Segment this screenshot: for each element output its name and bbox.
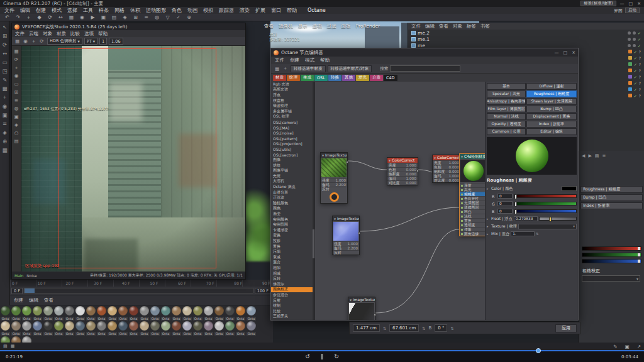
material-channel-row[interactable]: 圆角边缘: [460, 231, 485, 236]
node-type-item[interactable]: 烘焙: [271, 163, 314, 168]
window-control-button[interactable]: □: [564, 50, 568, 55]
frame-start-field[interactable]: 0 F: [11, 288, 23, 294]
material-tag-icon[interactable]: [628, 62, 632, 66]
live-viewer-menu-item[interactable]: 文件: [15, 31, 25, 37]
list-scrollbar[interactable]: [313, 82, 314, 320]
node-type-item[interactable]: OSL[utils]: [271, 146, 314, 152]
live-viewer-titlebar[interactable]: VFXFORCE实战Studio 2020.1.5-R4 (25 days le…: [12, 23, 245, 30]
material-swatch[interactable]: [161, 321, 170, 331]
object-manager-menu-item[interactable]: 文件: [411, 23, 421, 30]
tool-icon[interactable]: ⟳: [1, 40, 9, 48]
material-swatch[interactable]: [97, 321, 106, 331]
channel-button[interactable]: Opacity | 透明度: [487, 121, 526, 128]
viewer-toolbar-icon[interactable]: ◉: [22, 38, 29, 45]
material-swatch[interactable]: [75, 321, 85, 331]
node-category-tab[interactable]: 其他: [342, 75, 355, 81]
node-category-tab[interactable]: 转换: [328, 75, 341, 81]
node-category-tab[interactable]: 发光: [356, 75, 369, 81]
node-type-item[interactable]: OSL[MA]: [271, 125, 314, 131]
material-swatch[interactable]: [150, 306, 160, 315]
toolbar-icon[interactable]: ✓: [174, 14, 183, 21]
menu-item[interactable]: 帮助: [287, 7, 297, 14]
node-header[interactable]: ▼ImageTexture: [333, 216, 359, 221]
toolbar-icon[interactable]: ▦: [67, 14, 76, 21]
material-swatch[interactable]: [118, 306, 128, 315]
material-swatch[interactable]: [54, 306, 64, 315]
toolbar-icon[interactable]: ↷: [13, 14, 23, 21]
node-type-item[interactable]: 图像平铺: [271, 168, 314, 174]
menu-item[interactable]: 窗口: [271, 7, 281, 14]
tool-icon[interactable]: ↖: [1, 23, 9, 31]
material-swatch[interactable]: [193, 306, 203, 315]
playback-control-icon[interactable]: ↺: [305, 353, 310, 359]
channel-button[interactable]: Index | 折射率: [526, 121, 577, 128]
channel-button[interactable]: Bump | 凹凸: [580, 194, 643, 201]
viewer-side-icon[interactable]: ▦: [13, 48, 20, 55]
material-swatch[interactable]: [54, 321, 64, 331]
viewer-side-icon[interactable]: ▭: [13, 80, 20, 87]
node-type-item[interactable]: 高斯光谱: [271, 87, 314, 93]
material-swatch[interactable]: [43, 306, 53, 315]
channel-button[interactable]: Sheen layer | 光泽图层: [526, 98, 577, 105]
menu-item[interactable]: 网格: [114, 7, 125, 14]
material-swatch[interactable]: [247, 321, 256, 331]
material-swatch[interactable]: [172, 306, 181, 315]
node-type-item[interactable]: 实例范围: [271, 222, 314, 228]
transfer-tag-button[interactable]: 转移选通中标尺/对象: [328, 65, 372, 72]
material-swatch[interactable]: [22, 306, 31, 315]
node-header[interactable]: ▼ImageTexture: [321, 153, 347, 158]
rgb-value-field[interactable]: 0: [497, 194, 513, 199]
toolbar-icon[interactable]: ▽: [163, 14, 172, 21]
material-manager-menu-item[interactable]: 创建: [14, 297, 23, 304]
samples-field[interactable]: 1: [99, 38, 107, 45]
menu-item-octane[interactable]: Octane: [308, 8, 326, 13]
menu-item[interactable]: 渲染: [240, 7, 250, 14]
material-swatch[interactable]: [75, 306, 85, 315]
status-action-icon[interactable]: ✎: [613, 344, 617, 349]
toolbar-icon[interactable]: ⊞: [131, 14, 140, 21]
interface-dropdown[interactable]: 启动: [625, 8, 640, 13]
viewer-toolbar-icon[interactable]: ⟳: [38, 38, 45, 45]
node-type-item[interactable]: 大理石: [271, 179, 314, 185]
channel-button[interactable]: Index | 折射率: [580, 202, 643, 209]
live-viewer-menu-item[interactable]: 比较: [70, 31, 80, 37]
slider-handle[interactable]: [514, 202, 517, 207]
material-swatch[interactable]: [182, 321, 192, 331]
viewer-side-icon[interactable]: ＋: [13, 64, 20, 71]
rgb-slider[interactable]: [514, 194, 577, 198]
node-category-tab[interactable]: 纹理: [287, 75, 300, 81]
stepper-icon[interactable]: ⇅: [383, 326, 386, 331]
viewer-side-icon[interactable]: ◍: [13, 105, 20, 112]
node-type-item[interactable]: OSL[noise]: [271, 130, 314, 136]
menu-item[interactable]: 体积: [130, 7, 140, 14]
object-row[interactable]: me.1 ✓: [408, 36, 644, 42]
slider-handle[interactable]: [549, 217, 552, 222]
node-type-item[interactable]: Rgb 光谱: [271, 82, 314, 87]
object-manager-menu-item[interactable]: 对象: [453, 23, 462, 30]
material-swatch[interactable]: [11, 321, 21, 331]
visibility-dot[interactable]: [628, 38, 631, 41]
material-swatch[interactable]: [225, 321, 235, 331]
node-type-item[interactable]: 变换: [271, 233, 314, 239]
node-type-item[interactable]: 颜色: [271, 206, 314, 212]
material-swatch[interactable]: [65, 321, 74, 331]
material-swatch[interactable]: [1, 306, 10, 315]
window-control-button[interactable]: ✕: [637, 1, 641, 6]
node-type-item[interactable]: 置换: [271, 244, 314, 250]
material-swatch[interactable]: [86, 321, 96, 331]
node-imagetexture-3[interactable]: ▼ImageTexture 强度1.000伽玛2.200反转: [348, 297, 375, 320]
output-port[interactable]: [374, 314, 376, 316]
kernel-dropdown[interactable]: PT▾: [84, 38, 97, 45]
node-type-item[interactable]: OSL[camera]: [271, 119, 314, 125]
rgb-slider[interactable]: [514, 202, 577, 206]
channel-button[interactable]: 基本: [487, 83, 526, 90]
color-gradient-bar[interactable]: [582, 259, 641, 263]
node-type-item[interactable]: 余弦混合: [271, 292, 314, 298]
menu-item[interactable]: 工具: [83, 7, 93, 14]
viewer-side-icon[interactable]: ⊞: [13, 89, 20, 96]
color-gradient-bar[interactable]: [582, 246, 641, 251]
viewport-menu-item[interactable]: 查看: [264, 23, 274, 30]
node-type-item[interactable]: 浮点: [271, 92, 314, 98]
node-type-item[interactable]: 相减: [271, 271, 314, 277]
material-tag-icon[interactable]: [628, 69, 632, 72]
